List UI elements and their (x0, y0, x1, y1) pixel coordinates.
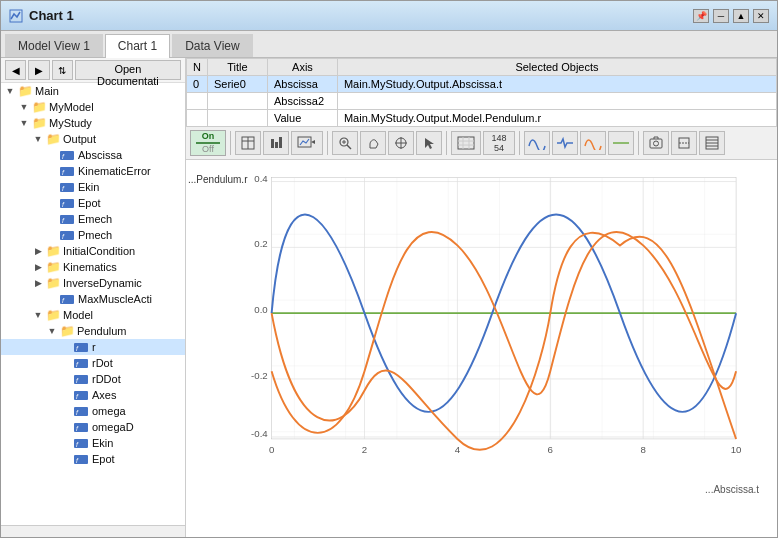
number-label-button[interactable]: 14854 (483, 131, 515, 155)
svg-rect-61 (272, 178, 736, 439)
tree-label-output: Output (63, 133, 96, 145)
tree-item-epot2[interactable]: f Epot (1, 451, 185, 467)
screenshot-button[interactable] (643, 131, 669, 155)
table-icon (241, 136, 255, 150)
column-button[interactable] (263, 131, 289, 155)
back-button[interactable]: ◀ (5, 60, 26, 80)
float-kinematic-icon: f (59, 165, 75, 178)
folder-mystudy-icon: 📁 (31, 116, 47, 130)
row2-n (187, 110, 208, 127)
wave1-button[interactable] (524, 131, 550, 155)
tree-item-ekin[interactable]: f Ekin (1, 179, 185, 195)
table-row-serie0[interactable]: 0 Serie0 Abscissa Main.MyStudy.Output.Ab… (187, 76, 777, 93)
sort-button[interactable]: ⇅ (52, 60, 73, 80)
pin-button[interactable]: 📌 (693, 9, 709, 23)
tree-item-pmech[interactable]: f Pmech (1, 227, 185, 243)
title-bar-left: Chart 1 (9, 8, 74, 23)
crosshair-button[interactable] (388, 131, 414, 155)
tree-item-model[interactable]: ▼ 📁 Model (1, 307, 185, 323)
separator-5 (638, 131, 639, 155)
pan-icon (366, 136, 380, 150)
float-omega-icon: f (73, 405, 89, 418)
toggle-kinematics[interactable]: ▶ (31, 260, 45, 274)
tree-item-mystudy[interactable]: ▼ 📁 MyStudy (1, 115, 185, 131)
tab-data-view[interactable]: Data View (172, 34, 252, 57)
toggle-abscissa (45, 148, 59, 162)
tree-item-ekin2[interactable]: f Ekin (1, 435, 185, 451)
zoom-button[interactable] (332, 131, 358, 155)
toggle-mystudy[interactable]: ▼ (17, 116, 31, 130)
minimize-button[interactable]: ─ (713, 9, 729, 23)
tree-item-abscissa[interactable]: f Abscissa (1, 147, 185, 163)
tree-item-main[interactable]: ▼ 📁 Main (1, 83, 185, 99)
tree-item-kinematics[interactable]: ▶ 📁 Kinematics (1, 259, 185, 275)
tree-label-omegad: omegaD (92, 421, 134, 433)
folder-inversedynamic-icon: 📁 (45, 276, 61, 290)
chart-config-button[interactable] (291, 131, 323, 155)
svg-text:6: 6 (548, 444, 553, 455)
toggle-initialcondition[interactable]: ▶ (31, 244, 45, 258)
float-pmech-icon: f (59, 229, 75, 242)
wave2-button[interactable] (552, 131, 578, 155)
zoomfit-button[interactable] (671, 131, 697, 155)
float-ekin2-icon: f (73, 437, 89, 450)
tree-label-ekin: Ekin (78, 181, 99, 193)
open-documentation-button[interactable]: Open Documentati (75, 60, 181, 80)
toggle-main[interactable]: ▼ (3, 84, 17, 98)
chart-area: ...Pendulum.r ...Abscissa.t 0.4 (186, 160, 777, 537)
tree-view[interactable]: ▼ 📁 Main ▼ 📁 MyModel ▼ 📁 MyStudy (1, 83, 185, 525)
row2-title (207, 110, 267, 127)
svg-text:10: 10 (731, 444, 742, 455)
svg-text:0.2: 0.2 (254, 238, 267, 249)
table-row-abscissa2[interactable]: Abscissa2 (187, 93, 777, 110)
tree-item-epot[interactable]: f Epot (1, 195, 185, 211)
toggle-inversedynamic[interactable]: ▶ (31, 276, 45, 290)
toggle-kinematic-error (45, 164, 59, 178)
tree-item-kinematic-error[interactable]: f KinematicError (1, 163, 185, 179)
tree-item-emech[interactable]: f Emech (1, 211, 185, 227)
tab-model-view[interactable]: Model View 1 (5, 34, 103, 57)
folder-mymodel-icon: 📁 (31, 100, 47, 114)
toggle-mymodel[interactable]: ▼ (17, 100, 31, 114)
tree-label-axes: Axes (92, 389, 116, 401)
toggle-model[interactable]: ▼ (31, 308, 45, 322)
sidebar-scrollbar-h[interactable] (1, 525, 185, 537)
tree-item-omegad[interactable]: f omegaD (1, 419, 185, 435)
table-button[interactable] (235, 131, 261, 155)
forward-button[interactable]: ▶ (28, 60, 49, 80)
on-label: On (202, 132, 215, 141)
tree-item-maxmuscle[interactable]: f MaxMuscleActi (1, 291, 185, 307)
tree-item-r[interactable]: f r (1, 339, 185, 355)
tree-item-rddot[interactable]: f rDDot (1, 371, 185, 387)
cursor-button[interactable] (416, 131, 442, 155)
folder-initialcondition-icon: 📁 (45, 244, 61, 258)
tree-label-epot: Epot (78, 197, 101, 209)
tab-chart[interactable]: Chart 1 (105, 34, 170, 58)
settings-button[interactable] (699, 131, 725, 155)
tree-item-rdot[interactable]: f rDot (1, 355, 185, 371)
camera-icon (649, 136, 663, 150)
close-button[interactable]: ✕ (753, 9, 769, 23)
tree-item-inversedynamic[interactable]: ▶ 📁 InverseDynamic (1, 275, 185, 291)
grid-button[interactable] (451, 131, 481, 155)
tree-label-kinematic-error: KinematicError (78, 165, 151, 177)
wave3-button[interactable] (580, 131, 606, 155)
tree-label-rdot: rDot (92, 357, 113, 369)
wave4-button[interactable] (608, 131, 634, 155)
tree-item-initialcondition[interactable]: ▶ 📁 InitialCondition (1, 243, 185, 259)
table-row-value[interactable]: Value Main.MyStudy.Output.Model.Pendulum… (187, 110, 777, 127)
on-off-button[interactable]: On Off (190, 130, 226, 156)
pan-button[interactable] (360, 131, 386, 155)
off-label: Off (202, 145, 214, 154)
toggle-output[interactable]: ▼ (31, 132, 45, 146)
tree-item-axes[interactable]: f Axes (1, 387, 185, 403)
tree-item-omega[interactable]: f omega (1, 403, 185, 419)
col-axis: Axis (267, 59, 337, 76)
tree-item-mymodel[interactable]: ▼ 📁 MyModel (1, 99, 185, 115)
chart-icon (9, 9, 23, 23)
main-window: Chart 1 📌 ─ ▲ ✕ Model View 1 Chart 1 Dat… (0, 0, 778, 538)
tree-item-output[interactable]: ▼ 📁 Output (1, 131, 185, 147)
maximize-button[interactable]: ▲ (733, 9, 749, 23)
tree-item-pendulum[interactable]: ▼ 📁 Pendulum (1, 323, 185, 339)
toggle-pendulum[interactable]: ▼ (45, 324, 59, 338)
